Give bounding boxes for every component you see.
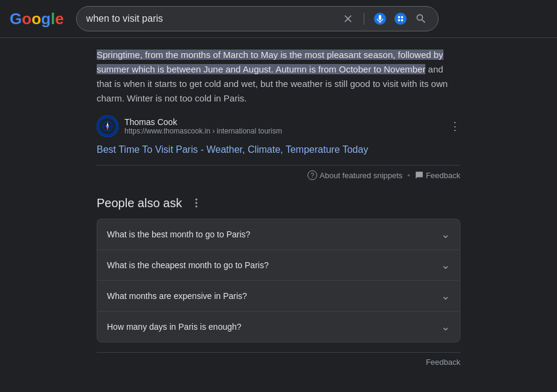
paa-title: People also ask [97,196,182,210]
google-logo[interactable]: Google [10,10,64,28]
paa-list: What is the best month to go to Paris? ⌄… [97,219,460,342]
paa-question: How many days in Paris is enough? [107,322,242,332]
snippet-text: Springtime, from the months of March to … [97,48,460,106]
help-icon: ? [307,170,317,180]
microphone-icon [374,13,386,25]
search-bar [76,6,439,31]
paa-item[interactable]: What is the best month to go to Paris? ⌄ [97,219,460,249]
snippet-source: Thomas Cook https://www.thomascook.in › … [97,115,460,137]
source-url: https://www.thomascook.in › internationa… [124,127,282,135]
svg-point-16 [196,205,198,207]
bottom-feedback-button[interactable]: Feedback [426,358,460,367]
thomas-cook-logo [97,115,118,137]
expand-icon: ⌄ [441,259,450,272]
source-name: Thomas Cook [124,117,282,127]
more-options-icon[interactable]: ⋮ [449,120,460,133]
snippet-highlight: Springtime, from the months of March to … [97,50,443,74]
bottom-feedback: Feedback [97,352,460,371]
paa-header: People also ask [97,194,460,211]
svg-point-15 [196,202,198,204]
clear-icon [342,13,354,25]
about-snippets-button[interactable]: ? About featured snippets [307,170,402,180]
bottom-feedback-label: Feedback [426,358,460,367]
paa-section: People also ask What is the best month t… [97,194,460,342]
paa-question: What months are expensive in Paris? [107,291,247,301]
search-icon [415,13,427,25]
more-vert-icon [190,197,202,209]
featured-snippet: Springtime, from the months of March to … [97,48,460,180]
paa-question: What is the cheapest month to go to Pari… [107,260,269,270]
snippet-feedback-button[interactable]: Feedback [415,171,460,180]
paa-item[interactable]: What is the cheapest month to go to Pari… [97,249,460,280]
lens-icon [394,13,407,25]
search-button[interactable] [414,11,428,26]
snippet-feedback-label: Feedback [426,171,460,180]
svg-rect-2 [398,16,399,18]
expand-icon: ⌄ [441,228,450,241]
lens-button[interactable] [393,11,408,26]
voice-search-button[interactable] [373,11,387,26]
expand-icon: ⌄ [441,320,450,333]
svg-rect-3 [401,16,402,18]
expand-icon: ⌄ [441,289,450,303]
search-input[interactable] [86,13,336,24]
paa-more-button[interactable] [188,194,205,211]
about-snippets-label: About featured snippets [320,171,402,180]
source-logo [97,115,118,137]
paa-item[interactable]: What months are expensive in Paris? ⌄ [97,280,460,311]
svg-rect-4 [398,19,399,21]
header: Google [0,0,557,38]
svg-point-14 [196,199,198,201]
paa-item[interactable]: How many days in Paris is enough? ⌄ [97,311,460,342]
snippet-link[interactable]: Best Time To Visit Paris - Weather, Clim… [97,144,460,155]
main-content: Springtime, from the months of March to … [0,38,557,381]
paa-question: What is the best month to go to Paris? [107,230,250,239]
divider [364,13,364,25]
source-info: Thomas Cook https://www.thomascook.in › … [124,117,282,135]
svg-rect-5 [401,19,402,21]
clear-button[interactable] [341,11,355,26]
search-icons [341,11,428,26]
feedback-icon [415,171,423,179]
snippet-footer: ? About featured snippets • Feedback [97,165,460,180]
svg-point-1 [394,13,407,25]
dot-separator: • [407,171,410,180]
